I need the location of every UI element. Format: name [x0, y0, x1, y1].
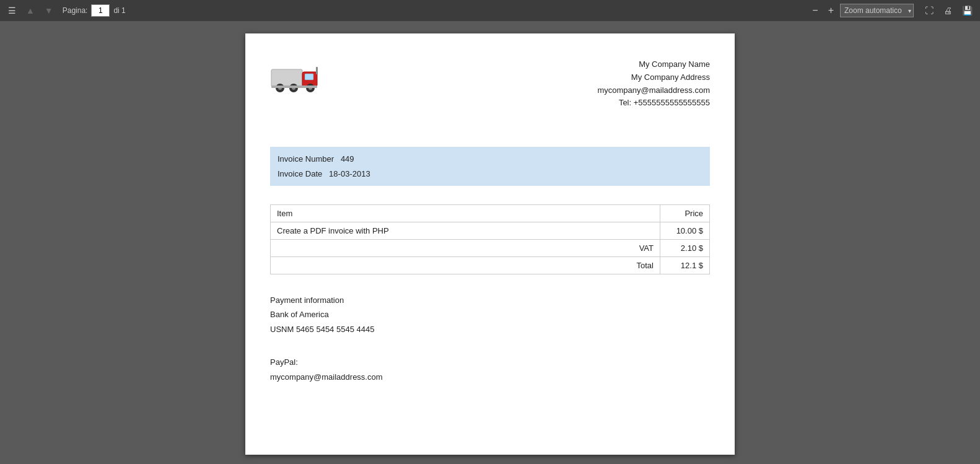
- svg-rect-10: [316, 67, 318, 74]
- company-info: My Company Name My Company Address mycom…: [597, 58, 710, 110]
- save-button[interactable]: 💾: [960, 4, 975, 17]
- page-number-input[interactable]: [91, 4, 110, 17]
- svg-rect-0: [271, 69, 302, 87]
- toolbar-right-icons: ⛶ 🖨 💾: [922, 4, 975, 17]
- next-page-button[interactable]: ▼: [42, 5, 56, 16]
- prev-page-button[interactable]: ▲: [23, 5, 38, 16]
- company-logo: [270, 58, 320, 100]
- svg-rect-9: [271, 85, 317, 88]
- invoice-number-row: Invoice Number 449: [278, 152, 702, 166]
- table-header-price: Price: [660, 204, 710, 222]
- fullscreen-button[interactable]: ⛶: [922, 4, 936, 17]
- table-row-total: Total 12.1 $: [271, 256, 710, 274]
- paypal-info: PayPal: mycompany@mailaddress.com: [270, 355, 710, 384]
- invoice-number-label: Invoice Number: [278, 154, 334, 164]
- company-address: My Company Address: [597, 71, 710, 84]
- payment-title: Payment information: [270, 293, 710, 307]
- invoice-table: Item Price Create a PDF invoice with PHP…: [270, 204, 710, 274]
- page-label: Pagina:: [63, 6, 88, 15]
- company-tel: Tel: +5555555555555555: [597, 97, 710, 110]
- pdf-viewer: My Company Name My Company Address mycom…: [0, 21, 980, 464]
- total-label: Total: [271, 256, 660, 274]
- payment-account: USNM 5465 5454 5545 4445: [270, 322, 710, 336]
- vat-label: VAT: [271, 239, 660, 256]
- svg-rect-2: [305, 74, 313, 80]
- zoom-controls: − + Zoom automatico: [808, 4, 914, 17]
- document-header: My Company Name My Company Address mycom…: [270, 58, 710, 110]
- company-name: My Company Name: [597, 58, 710, 71]
- invoice-date-row: Invoice Date 18-03-2013: [278, 167, 702, 181]
- sidebar-toggle-button[interactable]: ☰: [5, 5, 19, 16]
- toolbar: ☰ ▲ ▼ Pagina: di 1 − + Zoom automatico ⛶…: [0, 0, 980, 21]
- payment-info: Payment information Bank of America USNM…: [270, 293, 710, 336]
- paypal-email: mycompany@mailaddress.com: [270, 370, 710, 384]
- table-cell-item: Create a PDF invoice with PHP: [271, 222, 660, 239]
- table-cell-price: 10.00 $: [660, 222, 710, 239]
- table-row: Create a PDF invoice with PHP 10.00 $: [271, 222, 710, 239]
- invoice-date-value: 18-03-2013: [329, 169, 370, 178]
- invoice-number-value: 449: [341, 154, 354, 164]
- zoom-dropdown[interactable]: Zoom automatico: [840, 4, 914, 17]
- zoom-in-button[interactable]: +: [825, 4, 838, 17]
- company-email: mycompany@mailaddress.com: [597, 84, 710, 97]
- zoom-select[interactable]: Zoom automatico: [840, 4, 914, 17]
- total-value: 12.1 $: [660, 256, 710, 274]
- document-page: My Company Name My Company Address mycom…: [245, 33, 735, 455]
- table-row-vat: VAT 2.10 $: [271, 239, 710, 256]
- invoice-info-block: Invoice Number 449 Invoice Date 18-03-20…: [270, 147, 710, 186]
- table-header-item: Item: [271, 204, 660, 222]
- page-of-label: di 1: [113, 6, 125, 15]
- print-button[interactable]: 🖨: [941, 4, 955, 17]
- invoice-date-label: Invoice Date: [278, 169, 322, 178]
- zoom-out-button[interactable]: −: [808, 4, 821, 17]
- vat-value: 2.10 $: [660, 239, 710, 256]
- paypal-label: PayPal:: [270, 355, 710, 369]
- payment-bank: Bank of America: [270, 307, 710, 322]
